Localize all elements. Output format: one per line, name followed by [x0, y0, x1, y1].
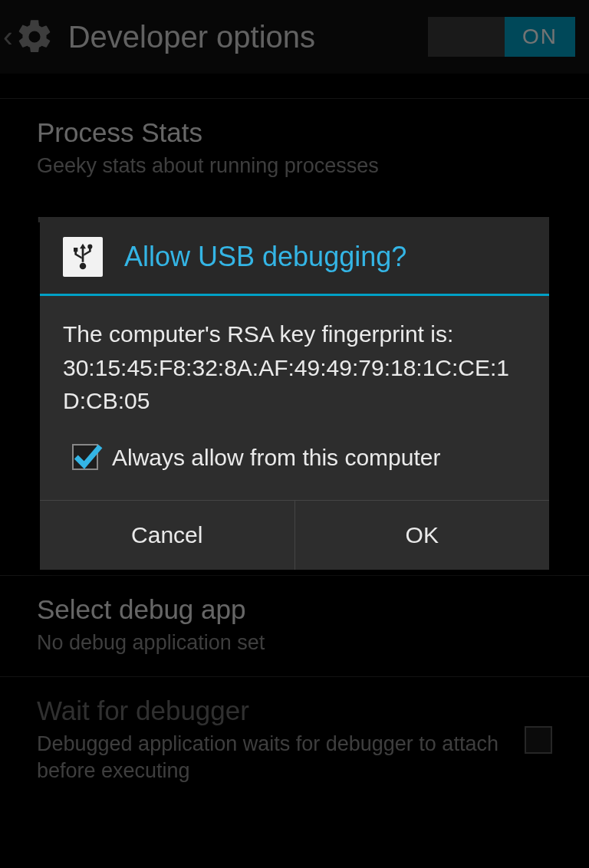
checkbox-icon[interactable]	[72, 444, 98, 470]
svg-point-2	[87, 245, 92, 249]
always-allow-row[interactable]: Always allow from this computer	[63, 441, 526, 475]
ok-button[interactable]: OK	[294, 501, 550, 570]
dialog-message-line: The computer's RSA key fingerprint is:	[63, 317, 526, 351]
checkbox-label: Always allow from this computer	[112, 441, 440, 475]
svg-rect-1	[74, 248, 77, 252]
dialog-button-bar: Cancel OK	[40, 500, 549, 570]
usb-icon	[63, 237, 103, 277]
dialog-title: Allow USB debugging?	[124, 241, 406, 273]
svg-point-0	[80, 263, 87, 270]
dialog-body: The computer's RSA key fingerprint is: 3…	[40, 296, 549, 500]
cancel-button[interactable]: Cancel	[40, 501, 294, 570]
dialog-fingerprint: 30:15:45:F8:32:8A:AF:49:49:79:18:1C:CE:1…	[63, 351, 526, 418]
dialog-header: Allow USB debugging?	[40, 217, 549, 296]
usb-debugging-dialog: Allow USB debugging? The computer's RSA …	[40, 217, 549, 570]
